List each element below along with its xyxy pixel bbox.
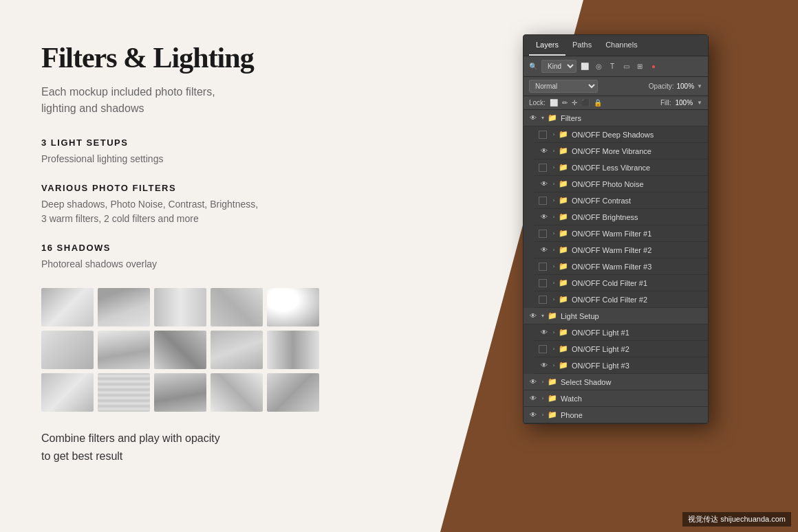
expand-more-vibrance[interactable]: › xyxy=(550,146,558,157)
layer-item-light-setup[interactable]: 👁 ▾ 📁 Light Setup xyxy=(524,308,708,324)
expand-contrast[interactable]: › xyxy=(550,195,558,206)
visibility-eye-brightness[interactable]: 👁 xyxy=(539,212,550,223)
lock-all-icon[interactable]: 🔒 xyxy=(594,99,602,107)
layer-name-filters: Filters xyxy=(561,114,704,122)
shadow-thumb-9 xyxy=(211,331,263,369)
folder-icon-more-vibrance: 📁 xyxy=(558,146,569,156)
search-icon: 🔍 xyxy=(529,63,537,70)
image-icon: ⬜ xyxy=(579,61,590,72)
folder-icon-warm1: 📁 xyxy=(558,229,569,239)
visibility-eye-filters[interactable]: 👁 xyxy=(528,113,539,124)
lock-label: Lock: xyxy=(529,99,546,107)
layer-item-light-1[interactable]: 👁 › 📁 ON/OFF Light #1 xyxy=(535,324,708,341)
expand-brightness[interactable]: › xyxy=(550,212,558,223)
bottom-text: Combine filters and play with opacityto … xyxy=(41,430,385,465)
opacity-label: Opacity: xyxy=(649,82,674,90)
lock-artboard-icon[interactable]: ⬛ xyxy=(581,99,590,107)
visibility-checkbox-cold2[interactable] xyxy=(539,296,547,304)
visibility-eye-light-setup[interactable]: 👁 xyxy=(528,311,539,322)
layer-item-filters[interactable]: 👁 ▾ 📁 Filters xyxy=(524,110,708,126)
section-light-setups: 3 LIGHT SETUPS Professional lighting set… xyxy=(41,137,385,166)
expand-warm2[interactable]: › xyxy=(550,245,558,256)
visibility-checkbox-warm1[interactable] xyxy=(539,230,547,238)
layer-name-less-vibrance: ON/OFF Less Vibrance xyxy=(572,164,704,172)
expand-filters[interactable]: ▾ xyxy=(539,113,547,124)
layer-name-contrast: ON/OFF Contrast xyxy=(572,197,704,205)
layer-item-warm-filter-3[interactable]: › 📁 ON/OFF Warm Filter #3 xyxy=(535,258,708,275)
layer-item-cold-filter-1[interactable]: › 📁 ON/OFF Cold Filter #1 xyxy=(535,275,708,291)
lock-image-icon[interactable]: ✏ xyxy=(562,99,568,107)
expand-watch[interactable]: › xyxy=(539,393,547,404)
expand-deep-shadows[interactable]: › xyxy=(550,129,558,140)
layer-item-phone[interactable]: 👁 › 📁 Phone xyxy=(524,407,708,423)
layer-item-light-2[interactable]: › 📁 ON/OFF Light #2 xyxy=(535,341,708,357)
layer-name-watch: Watch xyxy=(561,395,704,403)
lock-position-icon[interactable]: ✛ xyxy=(572,99,577,107)
visibility-checkbox-warm3[interactable] xyxy=(539,263,547,271)
layer-name-light3: ON/OFF Light #3 xyxy=(572,362,704,370)
shadow-thumb-1 xyxy=(41,288,94,326)
expand-light-setup[interactable]: ▾ xyxy=(539,311,547,322)
tab-channels[interactable]: Channels xyxy=(598,35,644,56)
layer-item-warm-filter-1[interactable]: › 📁 ON/OFF Warm Filter #1 xyxy=(535,225,708,242)
layer-item-photo-noise[interactable]: 👁 › 📁 ON/OFF Photo Noise xyxy=(535,176,708,192)
expand-warm3[interactable]: › xyxy=(550,261,558,272)
layer-name-deep-shadows: ON/OFF Deep Shadows xyxy=(572,131,704,139)
layer-name-photo-noise: ON/OFF Photo Noise xyxy=(572,180,704,188)
visibility-checkbox-contrast[interactable] xyxy=(539,197,547,205)
visibility-eye-more-vibrance[interactable]: 👁 xyxy=(539,146,550,157)
layers-panel: Layers Paths Channels 🔍 Kind ⬜ ◎ T ▭ ⊞ ●… xyxy=(523,34,709,424)
expand-select-shadow[interactable]: › xyxy=(539,377,547,388)
visibility-eye-light1[interactable]: 👁 xyxy=(539,327,550,338)
visibility-eye-select-shadow[interactable]: 👁 xyxy=(528,377,539,388)
layer-item-contrast[interactable]: › 📁 ON/OFF Contrast xyxy=(535,192,708,209)
tab-paths[interactable]: Paths xyxy=(565,35,598,56)
expand-photo-noise[interactable]: › xyxy=(550,179,558,190)
visibility-checkbox-light2[interactable] xyxy=(539,345,547,353)
visibility-checkbox-cold1[interactable] xyxy=(539,279,547,287)
visibility-eye-light3[interactable]: 👁 xyxy=(539,360,550,371)
layer-name-warm1: ON/OFF Warm Filter #1 xyxy=(572,230,704,238)
layer-item-watch[interactable]: 👁 › 📁 Watch xyxy=(524,390,708,407)
layer-name-brightness: ON/OFF Brightness xyxy=(572,213,704,221)
visibility-eye-phone[interactable]: 👁 xyxy=(528,410,539,421)
layer-item-deep-shadows[interactable]: › 📁 ON/OFF Deep Shadows xyxy=(535,126,708,143)
visibility-eye-photo-noise[interactable]: 👁 xyxy=(539,179,550,190)
folder-icon-watch: 📁 xyxy=(547,394,558,403)
layer-name-cold1: ON/OFF Cold Filter #1 xyxy=(572,279,704,287)
layer-item-cold-filter-2[interactable]: › 📁 ON/OFF Cold Filter #2 xyxy=(535,291,708,308)
layer-item-brightness[interactable]: 👁 › 📁 ON/OFF Brightness xyxy=(535,209,708,225)
layer-item-warm-filter-2[interactable]: 👁 › 📁 ON/OFF Warm Filter #2 xyxy=(535,242,708,258)
layer-item-more-vibrance[interactable]: 👁 › 📁 ON/OFF More Vibrance xyxy=(535,143,708,159)
blend-opacity-row: Normal Opacity: 100% ▼ xyxy=(524,77,708,96)
fill-value: 100% xyxy=(676,99,693,107)
expand-phone[interactable]: › xyxy=(539,410,547,421)
lock-transparency-icon[interactable]: ⬜ xyxy=(550,99,558,107)
visibility-checkbox-deep-shadows[interactable] xyxy=(539,131,547,139)
kind-dropdown[interactable]: Kind xyxy=(541,60,576,73)
expand-light3[interactable]: › xyxy=(550,360,558,371)
expand-cold2[interactable]: › xyxy=(550,294,558,305)
expand-less-vibrance[interactable]: › xyxy=(550,162,558,173)
expand-light1[interactable]: › xyxy=(550,327,558,338)
panel-tabs: Layers Paths Channels xyxy=(524,35,708,56)
tab-layers[interactable]: Layers xyxy=(529,35,565,56)
page-title: Filters & Lighting xyxy=(41,41,385,74)
lock-row: Lock: ⬜ ✏ ✛ ⬛ 🔒 Fill: 100% ▼ xyxy=(524,96,708,110)
blend-mode-dropdown[interactable]: Normal xyxy=(529,80,598,93)
layer-item-light-3[interactable]: 👁 › 📁 ON/OFF Light #3 xyxy=(535,357,708,374)
expand-warm1[interactable]: › xyxy=(550,228,558,239)
opacity-value: 100% xyxy=(677,82,695,90)
visibility-eye-watch[interactable]: 👁 xyxy=(528,393,539,404)
visibility-eye-warm2[interactable]: 👁 xyxy=(539,245,550,256)
layer-item-less-vibrance[interactable]: › 📁 ON/OFF Less Vibrance xyxy=(535,159,708,176)
folder-icon-select-shadow: 📁 xyxy=(547,377,558,387)
expand-light2[interactable]: › xyxy=(550,344,558,355)
section-desc-filters: Deep shadows, Photo Noise, Contrast, Bri… xyxy=(41,197,385,226)
text-icon: T xyxy=(607,61,618,72)
visibility-checkbox-less-vibrance[interactable] xyxy=(539,164,547,172)
layer-item-select-shadow[interactable]: 👁 › 📁 Select Shadow xyxy=(524,374,708,390)
expand-cold1[interactable]: › xyxy=(550,278,558,289)
layer-name-phone: Phone xyxy=(561,411,704,419)
layer-name-light1: ON/OFF Light #1 xyxy=(572,329,704,337)
